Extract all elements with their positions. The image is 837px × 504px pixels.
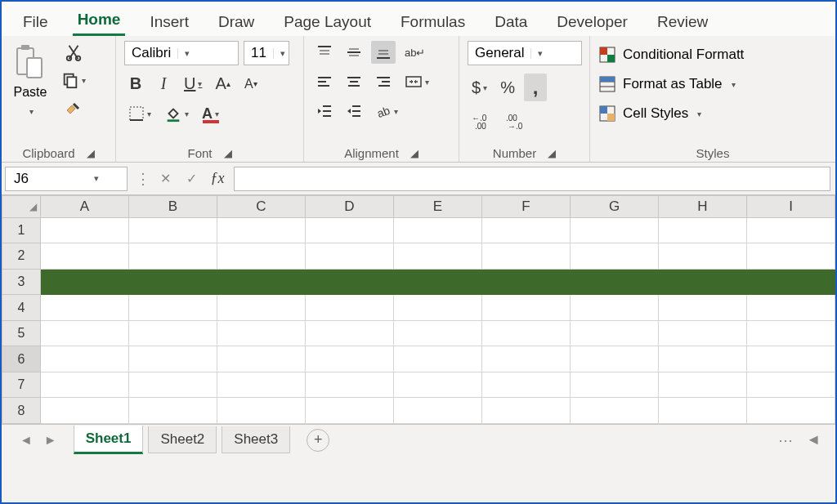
- font-size-select[interactable]: 11▾: [244, 41, 289, 65]
- tab-page-layout[interactable]: Page Layout: [279, 7, 376, 36]
- cell[interactable]: [217, 243, 306, 270]
- cell[interactable]: [571, 398, 659, 424]
- cell[interactable]: [217, 372, 306, 399]
- increase-indent-icon[interactable]: [342, 100, 366, 123]
- tab-draw[interactable]: Draw: [213, 7, 259, 36]
- align-center-icon[interactable]: [342, 70, 366, 93]
- cell[interactable]: [41, 398, 129, 424]
- alignment-launcher-icon[interactable]: ◢: [410, 147, 418, 159]
- cell[interactable]: [41, 243, 129, 270]
- cell[interactable]: [129, 218, 217, 244]
- formula-options-icon[interactable]: ⋮: [136, 170, 150, 188]
- cell[interactable]: [217, 398, 306, 424]
- align-top-icon[interactable]: [312, 41, 337, 64]
- cell[interactable]: [394, 372, 482, 399]
- cell[interactable]: [659, 346, 747, 372]
- cell[interactable]: [394, 270, 482, 296]
- cell[interactable]: [747, 346, 835, 372]
- cell[interactable]: [659, 243, 747, 270]
- cell[interactable]: [747, 321, 835, 347]
- cell[interactable]: [41, 321, 129, 347]
- decrease-decimal-icon[interactable]: .00→.0: [502, 109, 531, 132]
- tab-data[interactable]: Data: [490, 7, 532, 36]
- cell[interactable]: [129, 346, 217, 372]
- tab-insert[interactable]: Insert: [145, 7, 194, 36]
- sheet-tab[interactable]: Sheet1: [74, 426, 144, 454]
- cell[interactable]: [659, 321, 747, 347]
- cell[interactable]: [129, 295, 217, 321]
- tab-home[interactable]: Home: [73, 4, 126, 36]
- align-bottom-icon[interactable]: [371, 41, 396, 64]
- cell[interactable]: [41, 295, 129, 321]
- cell[interactable]: [482, 270, 571, 296]
- comma-format-icon[interactable]: ,: [524, 74, 547, 101]
- enter-formula-icon[interactable]: ✓: [180, 167, 203, 190]
- tab-developer[interactable]: Developer: [552, 7, 633, 36]
- row-header[interactable]: 6: [2, 346, 41, 372]
- row-header[interactable]: 2: [2, 243, 41, 270]
- fill-color-icon[interactable]: [160, 102, 193, 125]
- scroll-left-icon[interactable]: ◄: [806, 431, 821, 449]
- cell[interactable]: [747, 218, 835, 244]
- sheet-prev-icon[interactable]: ◄: [20, 433, 33, 448]
- column-header[interactable]: D: [306, 195, 394, 218]
- add-sheet-icon[interactable]: +: [307, 429, 329, 452]
- select-all-corner[interactable]: ◢: [2, 195, 41, 218]
- cell[interactable]: [482, 295, 571, 321]
- format-as-table-button[interactable]: Format as Table: [598, 74, 736, 95]
- cell[interactable]: [394, 295, 482, 321]
- cell[interactable]: [482, 218, 571, 244]
- cell[interactable]: [571, 270, 659, 296]
- column-header[interactable]: B: [129, 195, 217, 218]
- number-launcher-icon[interactable]: ◢: [548, 147, 556, 159]
- sheet-tab[interactable]: Sheet2: [148, 426, 217, 453]
- cell[interactable]: [41, 270, 129, 296]
- cell[interactable]: [306, 243, 394, 270]
- row-header[interactable]: 3: [2, 270, 41, 296]
- column-header[interactable]: C: [217, 195, 306, 218]
- row-header[interactable]: 7: [2, 372, 41, 399]
- font-launcher-icon[interactable]: ◢: [224, 147, 232, 159]
- cell[interactable]: [571, 372, 659, 399]
- cell[interactable]: [306, 372, 394, 399]
- conditional-formatting-button[interactable]: Conditional Formatt: [598, 44, 744, 65]
- decrease-indent-icon[interactable]: [312, 100, 337, 123]
- accounting-format-icon[interactable]: $: [468, 76, 491, 100]
- cell[interactable]: [747, 372, 835, 399]
- copy-icon[interactable]: [57, 69, 90, 91]
- align-right-icon[interactable]: [371, 70, 396, 93]
- row-header[interactable]: 5: [2, 321, 41, 347]
- number-format-select[interactable]: General▾: [468, 41, 582, 65]
- cell[interactable]: [747, 270, 835, 296]
- row-header[interactable]: 1: [2, 218, 41, 244]
- align-middle-icon[interactable]: [342, 41, 366, 64]
- italic-button[interactable]: I: [152, 72, 175, 96]
- cell[interactable]: [747, 295, 835, 321]
- cell[interactable]: [482, 398, 571, 424]
- cell[interactable]: [659, 398, 747, 424]
- cell[interactable]: [571, 346, 659, 372]
- column-header[interactable]: A: [41, 195, 129, 218]
- column-header[interactable]: H: [659, 195, 747, 218]
- cell[interactable]: [129, 398, 217, 424]
- merge-center-icon[interactable]: [401, 70, 433, 93]
- formula-input[interactable]: [234, 167, 830, 191]
- font-color-icon[interactable]: A: [198, 102, 223, 125]
- cell[interactable]: [306, 398, 394, 424]
- cell[interactable]: [659, 372, 747, 399]
- cancel-formula-icon[interactable]: ✕: [154, 167, 177, 190]
- cell[interactable]: [571, 321, 659, 347]
- tab-formulas[interactable]: Formulas: [396, 7, 470, 36]
- format-painter-icon[interactable]: [57, 96, 90, 121]
- cell[interactable]: [394, 218, 482, 244]
- cell[interactable]: [659, 270, 747, 296]
- cell[interactable]: [129, 243, 217, 270]
- sheet-tab[interactable]: Sheet3: [222, 426, 290, 453]
- cell[interactable]: [659, 295, 747, 321]
- cell[interactable]: [747, 398, 835, 424]
- cell[interactable]: [306, 218, 394, 244]
- tab-review[interactable]: Review: [652, 7, 713, 36]
- cell[interactable]: [482, 321, 571, 347]
- column-header[interactable]: E: [394, 195, 482, 218]
- cell[interactable]: [41, 372, 129, 399]
